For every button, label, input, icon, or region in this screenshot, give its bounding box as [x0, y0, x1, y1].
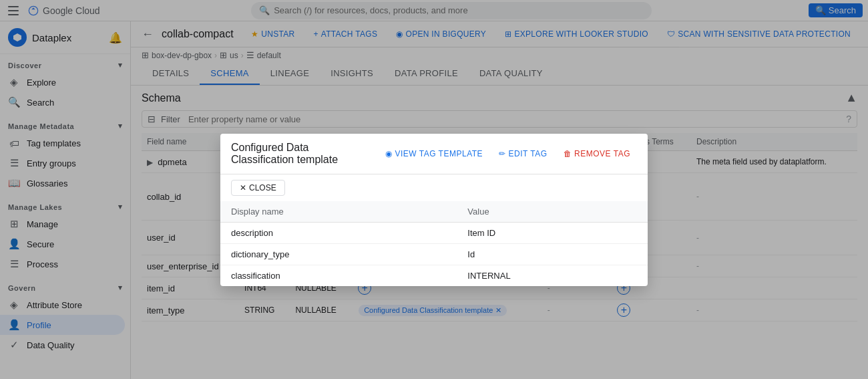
modal-detail-table: Display name Value description Item ID d… [220, 201, 648, 286]
modal-td-display-name-1: description [220, 223, 457, 244]
modal-table-header: Display name Value [220, 201, 648, 223]
modal-td-value-3: INTERNAL [457, 265, 648, 287]
modal-th-value: Value [457, 201, 648, 223]
trash-icon: 🗑 [564, 149, 572, 158]
view-tag-template-icon: ◉ [385, 149, 393, 158]
modal-table-row: dictionary_type Id [220, 244, 648, 265]
pencil-icon: ✏ [499, 149, 506, 158]
modal-td-value-1: Item ID [457, 223, 648, 244]
modal-overlay[interactable]: Configured Data Classification template … [0, 0, 868, 379]
modal-table-row: description Item ID [220, 223, 648, 244]
close-modal-button[interactable]: ✕ CLOSE [231, 180, 285, 196]
modal-td-display-name-3: classification [220, 265, 457, 287]
edit-tag-button[interactable]: ✏ EDIT TAG [492, 146, 554, 161]
modal-table-row: classification INTERNAL [220, 265, 648, 287]
remove-tag-button[interactable]: 🗑 REMOVE TAG [557, 146, 637, 161]
modal-actions: ◉ VIEW TAG TEMPLATE ✏ EDIT TAG 🗑 REMOVE … [379, 146, 637, 161]
modal-th-display-name: Display name [220, 201, 457, 223]
tag-detail-modal: Configured Data Classification template … [220, 134, 648, 286]
view-tag-template-button[interactable]: ◉ VIEW TAG TEMPLATE [379, 146, 489, 161]
modal-header: Configured Data Classification template … [220, 134, 648, 174]
modal-td-value-2: Id [457, 244, 648, 265]
modal-divider [220, 174, 648, 174]
modal-td-display-name-2: dictionary_type [220, 244, 457, 265]
close-x-icon: ✕ [240, 183, 246, 193]
modal-title: Configured Data Classification template [231, 142, 373, 166]
